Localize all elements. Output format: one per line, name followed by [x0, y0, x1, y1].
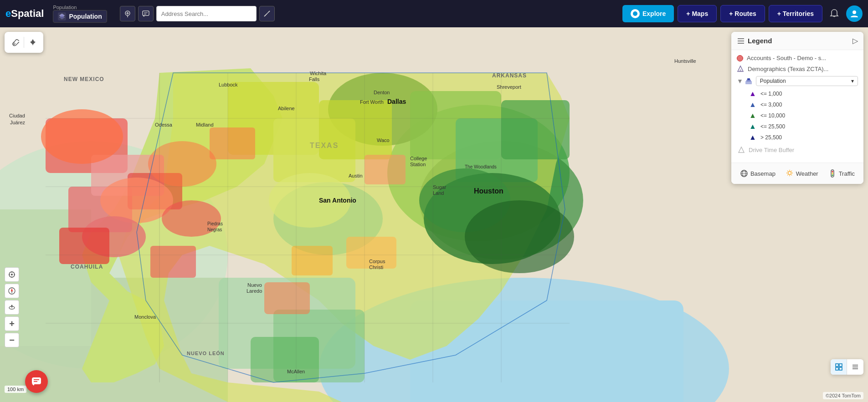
svg-text:Ciudad: Ciudad: [9, 113, 25, 118]
svg-point-131: [788, 172, 791, 175]
traffic-button[interactable]: Traffic: [825, 168, 858, 179]
explore-label: Explore: [642, 10, 666, 17]
map-controls: + −: [5, 267, 19, 347]
svg-text:Monclova: Monclova: [134, 314, 156, 320]
accounts-layer-label: Accounts - South - Demo - s...: [747, 55, 826, 61]
legend-label-10000: <= 10,000: [760, 112, 785, 119]
pin-icon: [29, 39, 36, 46]
svg-text:Fort Worth: Fort Worth: [360, 99, 384, 105]
search-area: [120, 6, 275, 21]
scale-text: 100 km: [7, 387, 24, 392]
svg-text:ARKANSAS: ARKANSAS: [492, 72, 527, 79]
svg-text:Houston: Houston: [474, 187, 503, 195]
pin-add-icon: [123, 10, 132, 18]
zoom-out-button[interactable]: −: [5, 333, 19, 347]
map-container[interactable]: Lubbock Wichita Falls Denton Fort Worth …: [0, 27, 868, 402]
svg-rect-47: [210, 127, 255, 159]
svg-rect-110: [32, 377, 41, 384]
measure-icon: [263, 10, 271, 18]
traffic-icon: [828, 169, 837, 178]
svg-text:Nuevo: Nuevo: [247, 282, 262, 288]
svg-rect-114: [839, 364, 842, 366]
legend-item-1000: ▲ <= 1,000: [749, 90, 858, 98]
legend-header: Legend ▷: [731, 32, 863, 50]
svg-rect-48: [365, 155, 406, 184]
maps-button[interactable]: + Maps: [678, 5, 717, 22]
svg-point-41: [465, 200, 574, 273]
list-icon: [851, 363, 859, 371]
legend-title: Legend: [737, 37, 772, 45]
grid-view-button[interactable]: [831, 359, 847, 375]
explore-button[interactable]: Explore: [622, 5, 674, 22]
svg-line-9: [266, 14, 267, 15]
list-view-button[interactable]: [847, 359, 863, 375]
svg-text:Midland: Midland: [196, 122, 214, 127]
svg-line-137: [791, 175, 792, 176]
drive-time-label: Drive Time Buffer: [749, 147, 794, 153]
weather-icon: [786, 169, 794, 178]
wrench-tool-button[interactable]: [8, 36, 22, 49]
tilt-button[interactable]: [5, 300, 19, 315]
svg-text:Sugar: Sugar: [433, 184, 447, 190]
zoom-in-button[interactable]: +: [5, 316, 19, 331]
svg-text:Falls: Falls: [309, 76, 320, 82]
svg-point-11: [853, 10, 856, 14]
zoom-to-fit-button[interactable]: [5, 267, 19, 282]
map-layer-icon: [59, 13, 65, 20]
svg-text:Station: Station: [410, 162, 426, 167]
traffic-label: Traffic: [839, 170, 855, 177]
svg-rect-35: [319, 100, 392, 159]
comment-button[interactable]: [138, 6, 154, 21]
layer-indicator[interactable]: Population: [53, 10, 107, 23]
svg-text:COAHUILA: COAHUILA: [71, 264, 103, 270]
svg-text:Piedras: Piedras: [207, 221, 223, 226]
logo: eSpatial: [5, 8, 44, 20]
drive-time-row: Drive Time Buffer: [737, 146, 858, 153]
svg-text:Corpus: Corpus: [369, 259, 385, 264]
user-avatar-button[interactable]: [846, 5, 863, 22]
avatar-icon: [850, 9, 859, 18]
legend-demographics-row: Demographics (Texas ZCTA)...: [737, 65, 858, 72]
basemap-icon: [740, 169, 748, 178]
population-dropdown[interactable]: Population ▾: [756, 76, 858, 86]
svg-line-139: [787, 175, 788, 176]
legend-item-10000: ▲ <= 10,000: [749, 112, 858, 120]
legend-item-gt25500: ▲ > 25,500: [749, 133, 858, 142]
chat-icon: [31, 376, 42, 387]
svg-line-136: [787, 171, 788, 172]
bell-icon: [829, 9, 839, 19]
legend-population-section: ▼ Population ▾: [737, 76, 858, 86]
svg-text:NUEVO LEÓN: NUEVO LEÓN: [187, 351, 225, 356]
notifications-button[interactable]: [826, 5, 842, 22]
routes-button[interactable]: + Routes: [720, 5, 765, 22]
svg-text:McAllen: McAllen: [287, 369, 305, 374]
swatch-le-25500: ▲: [749, 122, 757, 131]
territories-button[interactable]: + Territories: [769, 5, 822, 22]
svg-rect-51: [264, 282, 310, 314]
legend-expand-button[interactable]: ▷: [853, 36, 858, 45]
nav-buttons: Explore + Maps + Routes + Territories: [622, 5, 863, 22]
grid-toggle: [831, 359, 863, 375]
svg-rect-113: [836, 364, 838, 366]
svg-point-29: [148, 141, 216, 187]
weather-button[interactable]: Weather: [782, 168, 822, 179]
population-collapse-button[interactable]: ▼: [737, 77, 743, 85]
explore-icon: [631, 9, 640, 18]
svg-text:Laredo: Laredo: [247, 288, 262, 294]
pin-toggle-button[interactable]: [26, 36, 40, 49]
population-layer-icon: [745, 77, 752, 85]
svg-text:NEW MEXICO: NEW MEXICO: [64, 76, 104, 82]
address-search-input[interactable]: [156, 6, 257, 21]
compass-button[interactable]: [5, 284, 19, 298]
svg-point-142: [832, 173, 833, 174]
svg-text:Austin: Austin: [349, 173, 363, 178]
pin-add-button[interactable]: [120, 6, 135, 21]
routes-label: + Routes: [729, 10, 756, 17]
svg-line-138: [791, 171, 792, 172]
legend-label-25500: <= 25,500: [760, 123, 785, 130]
dropdown-chevron-icon: ▾: [851, 78, 854, 84]
measure-button[interactable]: [259, 6, 275, 21]
chat-button[interactable]: [25, 370, 48, 393]
swatch-gt-25500: ▲: [749, 133, 757, 142]
basemap-button[interactable]: Basemap: [736, 168, 779, 179]
